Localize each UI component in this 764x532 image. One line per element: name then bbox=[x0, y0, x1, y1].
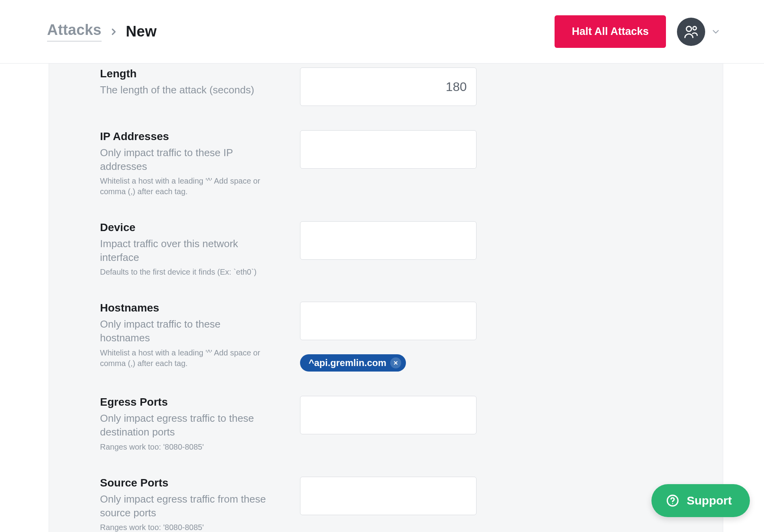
chevron-down-icon bbox=[711, 27, 721, 37]
length-input[interactable] bbox=[300, 67, 477, 106]
field-row-hostnames: Hostnames Only impact traffic to these h… bbox=[100, 302, 723, 372]
form-card: Length The length of the attack (seconds… bbox=[49, 64, 723, 532]
user-menu[interactable] bbox=[677, 18, 721, 46]
source-ports-desc: Only impact egress traffic from these so… bbox=[100, 492, 273, 520]
hostname-tag: ^api.gremlin.com bbox=[300, 354, 406, 372]
svg-point-1 bbox=[693, 26, 697, 30]
svg-point-0 bbox=[686, 26, 691, 31]
egress-ports-input[interactable] bbox=[300, 396, 477, 434]
hostname-tag-text: ^api.gremlin.com bbox=[309, 357, 386, 368]
ip-addresses-label: IP Addresses bbox=[100, 130, 300, 143]
device-label: Device bbox=[100, 221, 300, 234]
egress-ports-label: Egress Ports bbox=[100, 396, 300, 408]
support-label: Support bbox=[687, 494, 732, 507]
hostnames-label: Hostnames bbox=[100, 302, 300, 314]
field-row-source-ports: Source Ports Only impact egress traffic … bbox=[100, 477, 723, 532]
field-row-device: Device Impact traffic over this network … bbox=[100, 221, 723, 277]
egress-ports-hint: Ranges work too: '8080-8085' bbox=[100, 442, 273, 452]
chevron-right-icon bbox=[109, 27, 119, 37]
breadcrumb: Attacks New bbox=[47, 22, 156, 42]
halt-all-attacks-button[interactable]: Halt All Attacks bbox=[555, 15, 666, 48]
source-ports-hint: Ranges work too: '8080-8085' bbox=[100, 522, 273, 532]
egress-ports-desc: Only impact egress traffic to these dest… bbox=[100, 412, 273, 439]
support-button[interactable]: Support bbox=[651, 484, 750, 517]
svg-point-5 bbox=[672, 503, 673, 504]
close-icon bbox=[393, 360, 398, 366]
breadcrumb-parent[interactable]: Attacks bbox=[47, 22, 102, 42]
header: Attacks New Halt All Attacks bbox=[0, 0, 764, 64]
length-label: Length bbox=[100, 67, 300, 80]
source-ports-input[interactable] bbox=[300, 477, 477, 515]
breadcrumb-current: New bbox=[126, 23, 157, 40]
page-area: Length The length of the attack (seconds… bbox=[0, 64, 764, 532]
field-row-length: Length The length of the attack (seconds… bbox=[100, 64, 723, 106]
hostnames-desc: Only impact traffic to these hostnames bbox=[100, 317, 273, 345]
ip-addresses-input[interactable] bbox=[300, 130, 477, 169]
avatar bbox=[677, 18, 705, 46]
hostnames-hint: Whitelist a host with a leading '^' Add … bbox=[100, 348, 273, 369]
field-row-egress-ports: Egress Ports Only impact egress traffic … bbox=[100, 396, 723, 452]
header-actions: Halt All Attacks bbox=[555, 15, 721, 48]
source-ports-label: Source Ports bbox=[100, 477, 300, 489]
ip-addresses-desc: Only impact traffic to these IP addresse… bbox=[100, 146, 273, 173]
hostnames-input[interactable] bbox=[300, 302, 477, 340]
length-desc: The length of the attack (seconds) bbox=[100, 83, 273, 97]
field-row-ip-addresses: IP Addresses Only impact traffic to thes… bbox=[100, 130, 723, 197]
ip-addresses-hint: Whitelist a host with a leading '^' Add … bbox=[100, 176, 273, 197]
device-hint: Defaults to the first device it finds (E… bbox=[100, 267, 273, 277]
tag-remove-button[interactable] bbox=[390, 357, 401, 368]
device-desc: Impact traffic over this network interfa… bbox=[100, 237, 273, 264]
help-icon bbox=[666, 494, 680, 508]
device-input[interactable] bbox=[300, 221, 477, 260]
